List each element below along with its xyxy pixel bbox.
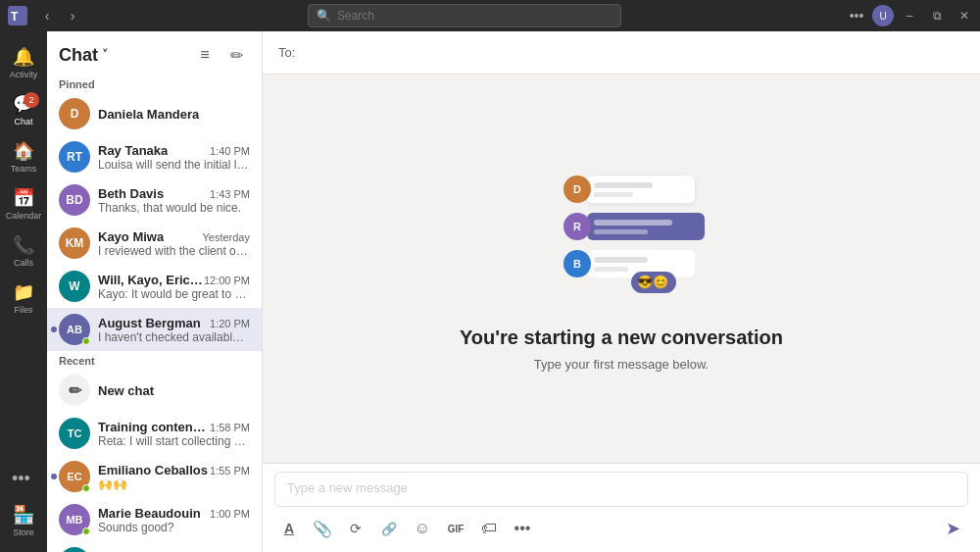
- more-apps-button[interactable]: •••: [4, 461, 43, 497]
- list-item[interactable]: ✏ New chat: [47, 369, 262, 412]
- chevron-down-icon[interactable]: ˅: [102, 48, 108, 62]
- format-button[interactable]: A: [274, 514, 304, 543]
- list-item[interactable]: D Daniela Mandera: [47, 92, 262, 135]
- restore-button[interactable]: ⧉: [925, 4, 949, 27]
- chat-item-preview: Louisa will send the initial list of att…: [98, 158, 250, 172]
- svg-rect-11: [594, 229, 648, 234]
- titlebar: T ‹ › 🔍 ••• U – ⧉ ✕: [0, 0, 980, 31]
- link-button[interactable]: 🔗: [374, 514, 404, 543]
- calls-icon: 📞: [13, 234, 34, 256]
- teams-icon: 🏠: [13, 140, 34, 162]
- sidebar-item-chat[interactable]: 💬 Chat 2: [4, 86, 43, 133]
- avatar[interactable]: U: [872, 5, 894, 26]
- gif-button[interactable]: GIF: [441, 514, 470, 543]
- chat-list-panel: Chat ˅ ≡ ✏ Pinned D Daniela Mandera: [47, 31, 263, 552]
- list-item[interactable]: BD Beth Davis 1:43 PM Thanks, that would…: [47, 178, 262, 222]
- chat-toolbar: A 📎 ⟳ 🔗 ☺ GIF 🏷: [274, 513, 968, 544]
- chat-item-preview: Reta: I will start collecting all the do…: [98, 434, 250, 448]
- new-chat-button[interactable]: ✏: [222, 41, 250, 69]
- chat-title-text: Chat: [59, 45, 98, 66]
- sidebar-item-label: Files: [14, 305, 32, 315]
- list-item[interactable]: W Will, Kayo, Eric, +2 12:00 PM Kayo: It…: [47, 265, 262, 308]
- filter-button[interactable]: ≡: [191, 41, 219, 69]
- chat-item-name: Beth Davis: [98, 186, 164, 201]
- empty-state-subtitle: Type your first message below.: [534, 357, 709, 372]
- list-item[interactable]: KM Kayo Miwa Yesterday I reviewed with t…: [47, 222, 262, 265]
- attach-icon: 📎: [313, 520, 332, 538]
- chat-item-top: Emiliano Ceballos 1:55 PM: [98, 463, 250, 477]
- svg-rect-7: [587, 213, 705, 240]
- format-icon: A: [284, 521, 294, 536]
- chat-item-preview: Sounds good?: [98, 521, 250, 534]
- back-button[interactable]: ‹: [35, 4, 59, 27]
- forward-button[interactable]: ›: [61, 4, 84, 27]
- empty-state-title: You're starting a new conversation: [460, 326, 783, 349]
- sidebar-item-calendar[interactable]: 📅 Calendar: [4, 180, 43, 227]
- chat-items-scroll[interactable]: Pinned D Daniela Mandera RT Ray Tanaka: [47, 75, 262, 552]
- list-item[interactable]: EC Emiliano Ceballos 1:55 PM 🙌🙌: [47, 455, 262, 498]
- unread-indicator: [51, 474, 57, 479]
- chat-item-name: August Bergman: [98, 316, 201, 330]
- chat-item-name: Kayo Miwa: [98, 229, 164, 244]
- message-input-placeholder[interactable]: Type a new message: [274, 472, 968, 507]
- send-button[interactable]: ➤: [937, 513, 968, 544]
- chat-item-top: August Bergman 1:20 PM: [98, 316, 250, 330]
- chat-item-time: 1:20 PM: [210, 318, 250, 329]
- sidebar-item-store[interactable]: 🏪 Store: [4, 497, 43, 544]
- app-body: 🔔 Activity 💬 Chat 2 🏠 Teams 📅 Calendar 📞…: [0, 31, 980, 552]
- list-item[interactable]: MB Marie Beaudouin 1:00 PM Sounds good?: [47, 498, 262, 541]
- sidebar-item-activity[interactable]: 🔔 Activity: [4, 39, 43, 86]
- titlebar-search-box[interactable]: 🔍: [308, 4, 621, 27]
- chat-list-title: Chat ˅: [59, 45, 108, 66]
- sidebar-item-teams[interactable]: 🏠 Teams: [4, 133, 43, 180]
- svg-text:D: D: [573, 183, 581, 195]
- attach-button[interactable]: 📎: [308, 514, 337, 543]
- sticker-icon: 🏷: [481, 520, 497, 537]
- chat-item-name: Emiliano Ceballos: [98, 463, 208, 477]
- send-icon: ➤: [946, 518, 960, 539]
- list-item[interactable]: TC Training content for Photon... 1:58 P…: [47, 412, 262, 455]
- search-input[interactable]: [337, 9, 612, 23]
- to-input[interactable]: [303, 45, 964, 60]
- svg-rect-5: [594, 182, 653, 188]
- chat-item-preview: 🙌🙌: [98, 477, 250, 491]
- more-options-button[interactable]: •••: [845, 4, 868, 27]
- loop-button[interactable]: ⟳: [341, 514, 370, 543]
- chat-list-actions: ≡ ✏: [191, 41, 250, 69]
- svg-rect-16: [594, 267, 628, 272]
- avatar: TC: [59, 418, 90, 449]
- avatar: EC: [59, 461, 90, 492]
- chat-item-time: Yesterday: [202, 231, 250, 243]
- chat-item-top: Marie Beaudouin 1:00 PM: [98, 506, 250, 521]
- chat-item-name: Daniela Mandera: [98, 107, 199, 122]
- chat-item-top: Training content for Photon... 1:58 PM: [98, 420, 250, 434]
- close-button[interactable]: ✕: [953, 4, 976, 27]
- sidebar-item-files[interactable]: 📁 Files: [4, 275, 43, 322]
- list-item[interactable]: RT Ray Tanaka 1:40 PM Louisa will send t…: [47, 135, 262, 178]
- sticker-button[interactable]: 🏷: [474, 514, 504, 543]
- sidebar-item-calls[interactable]: 📞 Calls: [4, 227, 43, 275]
- emoji-button[interactable]: ☺: [408, 514, 437, 543]
- unread-indicator: [51, 326, 57, 332]
- chat-item-name: Marie Beaudouin: [98, 506, 201, 521]
- avatar: RT: [59, 141, 90, 173]
- avatar: W: [59, 271, 90, 302]
- online-status-indicator: [82, 484, 90, 492]
- chat-item-body: Will, Kayo, Eric, +2 12:00 PM Kayo: It w…: [98, 273, 250, 301]
- list-item[interactable]: VL Virtual lunch 11:02 AM You: Thanks! H…: [47, 541, 262, 552]
- chat-item-body: Marie Beaudouin 1:00 PM Sounds good?: [98, 506, 250, 534]
- avatar: VL: [59, 547, 90, 552]
- chat-item-name: Training content for Photon...: [98, 420, 210, 434]
- list-item[interactable]: AB August Bergman 1:20 PM I haven't chec…: [47, 308, 262, 351]
- sidebar-item-label: Teams: [11, 164, 37, 174]
- avatar: MB: [59, 504, 90, 535]
- chat-item-body: Emiliano Ceballos 1:55 PM 🙌🙌: [98, 463, 250, 491]
- more-toolbar-button[interactable]: •••: [508, 514, 537, 543]
- emoji-icon: ☺: [415, 520, 430, 537]
- more-icon: •••: [514, 520, 531, 537]
- avatar-initials: D: [71, 107, 79, 121]
- to-label: To:: [278, 45, 295, 60]
- nav-bottom: ••• 🏪 Store: [4, 461, 43, 552]
- minimize-button[interactable]: –: [898, 4, 921, 27]
- calendar-icon: 📅: [13, 187, 34, 209]
